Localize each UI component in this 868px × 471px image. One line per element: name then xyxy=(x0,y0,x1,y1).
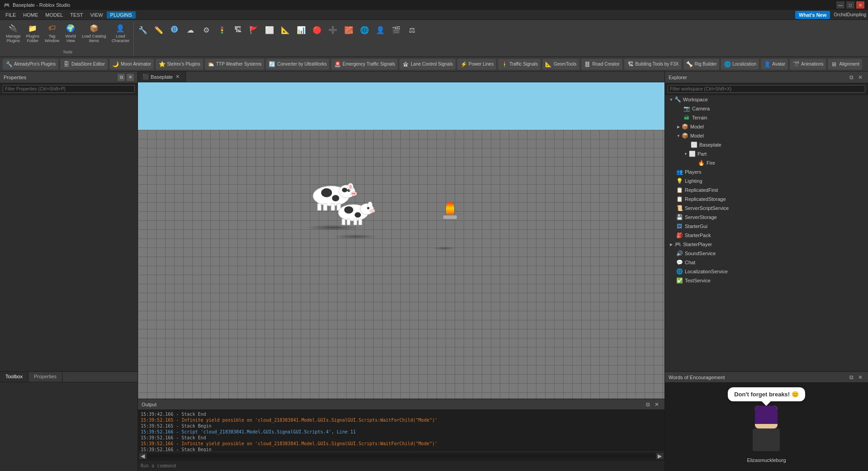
output-float-button[interactable]: ⧉ xyxy=(644,401,652,408)
manage-plugins-button[interactable]: 🔌 ManagePlugins xyxy=(4,22,23,44)
tb-plugin-3[interactable]: 🅤 xyxy=(167,24,182,36)
minimize-button[interactable]: — xyxy=(836,1,844,9)
tree-item-lighting[interactable]: 💡Lighting xyxy=(665,176,868,186)
lane-control-button[interactable]: 🛣 Lane Control Signals xyxy=(399,59,455,70)
tb-plugin-4[interactable]: ☁ xyxy=(183,24,198,36)
baseplate-tab[interactable]: ⬛ Baseplate ✕ xyxy=(138,71,186,82)
fire-flame xyxy=(446,202,454,214)
tb-plugin-6[interactable]: 🚦 xyxy=(215,24,229,36)
tree-item-starter-gui[interactable]: 🖼StarterGui xyxy=(665,222,868,231)
tree-item-starter-player[interactable]: ▶🎮StarterPlayer xyxy=(665,240,868,249)
tree-icon: 🌐 xyxy=(676,268,683,275)
avatar-button[interactable]: 👤 Avatar xyxy=(761,59,788,70)
menu-test[interactable]: TEST xyxy=(66,11,86,19)
menu-model[interactable]: MODEL xyxy=(42,11,66,19)
tb-plugin-11[interactable]: 📊 xyxy=(294,24,308,36)
tree-item-server-script-service[interactable]: 📜ServerScriptService xyxy=(665,204,868,213)
output-scroll-left[interactable]: ◀ xyxy=(139,453,147,459)
plugins-folder-icon: 📁 xyxy=(28,23,38,33)
rig-builder-icon: 🦴 xyxy=(686,61,693,68)
tree-item-model1[interactable]: ▶📦Model xyxy=(665,122,868,131)
tree-item-baseplate[interactable]: ⬜Baseplate xyxy=(665,140,868,149)
viewport[interactable] xyxy=(138,82,664,399)
menu-view[interactable]: VIEW xyxy=(86,11,106,19)
tb-plugin-15[interactable]: 🌐 xyxy=(357,24,372,36)
converter-button[interactable]: 🔄 Converter by UltraWorks xyxy=(266,59,329,70)
tree-item-workspace[interactable]: ▼🔧Workspace xyxy=(665,95,868,104)
moon-animator-button[interactable]: 🌙 Moon Animator xyxy=(109,59,154,70)
tree-item-sound-service[interactable]: 🔊SoundService xyxy=(665,249,868,258)
baseplate-tab-close[interactable]: ✕ xyxy=(175,74,181,80)
menu-file[interactable]: FILE xyxy=(2,11,19,19)
tb-plugin-8[interactable]: 🚩 xyxy=(247,24,261,36)
menu-home[interactable]: HOME xyxy=(19,11,42,19)
menu-plugins[interactable]: PLUGINS xyxy=(107,11,136,19)
power-lines-button[interactable]: ⚡ Power Lines xyxy=(457,59,496,70)
tree-item-part[interactable]: ▼⬜Part xyxy=(665,149,868,158)
tb-plugin-2[interactable]: ✏️ xyxy=(152,24,166,36)
geom-tools-button[interactable]: 📐 GeomTools xyxy=(542,59,579,70)
traffic-signals-button[interactable]: 🚦 Traffic Signals xyxy=(498,59,541,70)
tree-item-chat[interactable]: 💬Chat xyxy=(665,258,868,267)
load-character-button[interactable]: 👤 LoadCharacter xyxy=(109,22,132,44)
tree-item-model2[interactable]: ▼📦Model xyxy=(665,131,868,140)
tb-plugin-14[interactable]: 🧱 xyxy=(342,24,356,36)
filter-properties-input[interactable] xyxy=(3,85,135,93)
localization-button[interactable]: 🌐 Localization xyxy=(721,59,759,70)
tb-plugin-5[interactable]: ⚙ xyxy=(199,24,213,36)
datastore-editor-button[interactable]: 🗄 DataStore Editor xyxy=(60,59,108,70)
ttp-weather-button[interactable]: ⛅ TTP Weather Systems xyxy=(205,59,264,70)
tree-item-server-storage[interactable]: 💾ServerStorage xyxy=(665,213,868,222)
tb-plugin-7[interactable]: 🏗 xyxy=(231,24,245,36)
output-close-button[interactable]: ✕ xyxy=(653,401,661,408)
already-pros-button[interactable]: 🔧 AlreadyPro's Plugins xyxy=(3,59,58,70)
whats-new-button[interactable]: What's New xyxy=(795,11,830,19)
building-tools-button[interactable]: 🏗 Building Tools by F3X xyxy=(624,59,682,70)
load-catalog-button[interactable]: 📦 Load CatalogItems xyxy=(80,22,109,44)
tree-item-players[interactable]: 👥Players xyxy=(665,167,868,176)
tb-plugin-9[interactable]: ⬜ xyxy=(262,24,277,36)
tree-label: Chat xyxy=(685,260,695,265)
maximize-button[interactable]: □ xyxy=(846,1,854,9)
tree-item-test-service[interactable]: ✅TestService xyxy=(665,276,868,285)
tb-plugin-1[interactable]: 🔧 xyxy=(136,24,150,36)
tb-plugin-16[interactable]: 👤 xyxy=(373,24,388,36)
explorer-close-button[interactable]: ✕ xyxy=(856,74,864,81)
toolbox-tab[interactable]: Toolbox xyxy=(0,372,28,382)
tb-plugin-18[interactable]: ⚖ xyxy=(405,24,419,36)
encouragement-close-button[interactable]: ✕ xyxy=(856,374,864,381)
tb-plugin-10[interactable]: 📐 xyxy=(278,24,293,36)
tree-item-fire[interactable]: 🔥Fire xyxy=(665,158,868,167)
plugins-folder-button[interactable]: 📁 PluginsFolder xyxy=(24,22,42,44)
run-command-input[interactable] xyxy=(141,463,662,468)
tag-window-button[interactable]: 🏷 TagWindow xyxy=(43,22,62,44)
tree-item-terrain[interactable]: 🏔Terrain xyxy=(665,113,868,122)
tb-plugin-13[interactable]: ➕ xyxy=(326,24,340,36)
filter-explorer-input[interactable] xyxy=(668,85,865,93)
tb-plugin-17[interactable]: 🎬 xyxy=(389,24,403,36)
encouragement-float-button[interactable]: ⧉ xyxy=(848,374,855,381)
animations-button[interactable]: 🎬 Animations xyxy=(790,59,826,70)
road-creator-button[interactable]: 🛤 Road Creator xyxy=(581,59,622,70)
alignment-button[interactable]: ⊞ Alignment xyxy=(828,59,862,70)
tb-plugin-12[interactable]: 🔴 xyxy=(310,24,324,36)
explorer-float-button[interactable]: ⧉ xyxy=(848,74,855,81)
rig-builder-button[interactable]: 🦴 Rig Builder xyxy=(683,59,720,70)
properties-float-button[interactable]: ⧉ xyxy=(118,74,125,81)
close-button[interactable]: ✕ xyxy=(856,1,864,9)
tree-item-camera[interactable]: 📷Camera xyxy=(665,104,868,113)
output-line: 15:39:52.166 - Stack End xyxy=(141,435,662,441)
ttp-weather-label: TTP Weather Systems xyxy=(216,62,261,67)
emergency-traffic-button[interactable]: 🚨 Emergency Traffic Signals xyxy=(331,59,398,70)
world-view-button[interactable]: 🌍 WorldView xyxy=(62,22,79,44)
tree-item-replicated-storage[interactable]: 📋ReplicatedStorage xyxy=(665,195,868,204)
stelrex-button[interactable]: ⭐ Stelrex's Plugins xyxy=(156,59,203,70)
viewport-background xyxy=(138,82,664,399)
tree-item-localization-service[interactable]: 🌐LocalizationService xyxy=(665,267,868,276)
output-scroll-right[interactable]: ▶ xyxy=(656,453,664,459)
tree-item-starter-pack[interactable]: 🎒StarterPack xyxy=(665,231,868,240)
tb-plugin-11-icon: 📊 xyxy=(296,25,306,35)
properties-close-button[interactable]: ✕ xyxy=(127,74,134,81)
properties-tab[interactable]: Properties xyxy=(28,372,62,382)
tree-item-replicated-first[interactable]: 📋ReplicatedFirst xyxy=(665,186,868,195)
